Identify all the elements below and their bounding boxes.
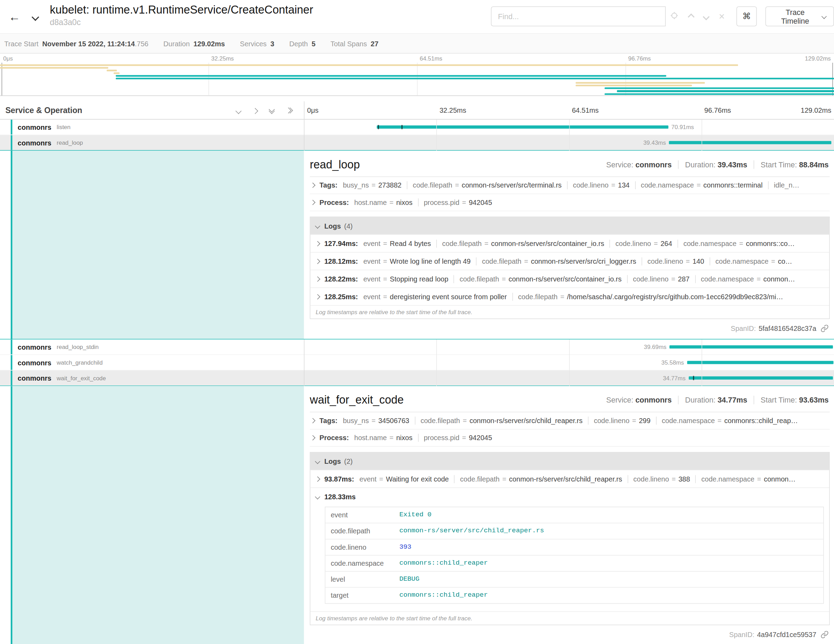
kv-equals: = [372,416,376,424]
logs-header[interactable]: Logs(4) [310,217,829,234]
logs-header[interactable]: Logs(2) [310,453,829,470]
key-value-pair: host.name=nixos [354,198,412,206]
kv-equals: = [383,275,387,283]
logs-label: Logs [324,457,341,465]
trace-timeline-dropdown[interactable]: Trace Timeline [766,6,834,26]
collapse-one-level-icon[interactable] [253,106,257,115]
clear-search-icon[interactable]: × [719,11,725,21]
back-button[interactable]: ← [5,8,23,26]
span-duration-bar[interactable] [687,361,834,364]
log-field-value: Exited 0 [394,507,437,523]
log-field-row: eventExited 0 [325,507,823,523]
span-bar-cell[interactable]: 39.69ms [304,340,834,354]
kv-key: code.lineno [633,475,669,483]
kv-equals: = [383,239,387,248]
minimap-tick-label: 64.51ms [420,55,442,61]
span-service-name: conmonrs [18,123,52,131]
page-title: kubelet: runtime.v1.RuntimeService/Creat… [50,3,313,17]
span-name-cell[interactable]: conmonrswatch_grandchild [0,355,304,370]
log-entry-header[interactable]: 128.33ms [310,488,829,505]
span-row-listen[interactable]: conmonrslisten70.91ms [0,120,834,135]
timeline-tick-label: 96.76ms [704,106,731,114]
logs-count: (2) [344,457,353,465]
span-detail-meta: Service: conmonrsDuration: 34.77msStart … [606,396,829,404]
span-row-watch_grandchild[interactable]: conmonrswatch_grandchild35.58ms [0,355,834,371]
link-icon[interactable] [820,324,828,332]
keyboard-shortcuts-button[interactable]: ⌘ [737,6,757,26]
span-operation-name: watch_grandchild [57,359,103,366]
span-duration-label: 35.58ms [661,359,684,366]
chevron-right-icon [315,259,320,264]
minimap-span [575,82,705,84]
span-bar-cell[interactable]: 39.43ms [304,135,834,150]
key-value-pair: code.namespace=conmon… [696,475,796,483]
timeline-tick-label: 64.51ms [572,106,598,114]
key-value-pair: code.filepath=conmon-rs/server/src/child… [454,475,622,483]
log-entry[interactable]: 128.22ms:event=Stopping read loopcode.fi… [310,270,829,287]
link-icon[interactable] [820,630,828,638]
chevron-right-icon [315,476,320,482]
focus-span-icon[interactable] [670,11,679,22]
spanid-row: SpanID:4a947cfd1ce59537 [310,625,830,641]
minimap-tick-label: 0μs [3,55,13,61]
span-name-cell[interactable]: conmonrswait_for_exit_code [0,371,304,385]
kv-key: busy_ns [343,181,369,189]
minimap-span [116,78,834,79]
span-duration-bar[interactable] [669,345,832,348]
key-value-pair: host.name=nixos [354,434,412,442]
kv-equals: = [390,198,394,206]
span-name-cell[interactable]: conmonrsread_loop [0,135,304,150]
process-row[interactable]: Process:host.name=nixosprocess.pid=94204… [310,429,830,447]
span-row-wait_for_exit_code[interactable]: conmonrswait_for_exit_code34.77ms [0,371,834,386]
kv-key: code.namespace [684,239,737,248]
span-row-read_loop[interactable]: conmonrsread_loop39.43ms [0,135,834,150]
span-row-read_loop_stdin[interactable]: conmonrsread_loop_stdin39.69ms [0,340,834,355]
tags-row[interactable]: Tags:busy_ns=34506763code.filepath=conmo… [310,412,830,429]
collapse-trace-button[interactable] [33,12,38,22]
log-entry[interactable]: 128.12ms:event=Wrote log line of length … [310,252,829,270]
span-detail-left-column [11,150,304,339]
collapse-all-icon[interactable] [286,108,292,112]
find-input[interactable] [491,6,666,26]
span-name-cell[interactable]: conmonrsread_loop_stdin [0,340,304,354]
log-field-row: code.namespaceconmonrs::child_reaper [325,555,823,571]
trace-services: Services3 [240,39,275,47]
minimap-span [113,72,119,74]
kv-equals: = [502,475,506,483]
command-icon: ⌘ [742,11,751,21]
span-operation-name: read_loop_stdin [57,344,99,350]
span-duration-bar[interactable] [669,141,831,144]
trace-summary-bar: Trace StartNovember 15 2022, 11:24:14.75… [0,33,834,54]
expand-one-level-icon[interactable] [236,106,241,115]
process-row[interactable]: Process:host.name=nixosprocess.pid=94204… [310,194,830,211]
span-service-name: conmonrs [18,358,52,366]
minimap-span [0,67,108,69]
log-entry[interactable]: 127.94ms:event=Read 4 bytescode.filepath… [310,234,829,252]
next-result-icon[interactable] [704,11,709,21]
span-duration-bar[interactable] [689,377,833,380]
span-color-indent [11,340,13,354]
tags-row[interactable]: Tags:busy_ns=273882code.filepath=conmon-… [310,177,830,194]
log-entry[interactable]: 128.25ms:event=deregistering event sourc… [310,287,829,305]
kv-key: code.namespace [662,416,715,424]
span-name-cell[interactable]: conmonrslisten [0,120,304,135]
expand-all-icon[interactable] [270,107,274,113]
span-bar-cell[interactable]: 34.77ms [304,371,834,385]
key-value-pair: event=deregistering event source from po… [364,293,507,301]
kv-equals: = [718,416,722,424]
kv-key: code.filepath [413,181,453,189]
log-field-key: code.filepath [325,523,394,539]
kv-key: idle_n… [774,181,800,189]
span-bar-cell[interactable]: 70.91ms [304,120,834,135]
key-value-pair: process.pid=942045 [418,434,492,442]
span-color-indent [11,120,13,135]
minimap-canvas[interactable] [0,63,834,96]
process-label: Process: [320,198,349,206]
kv-value: /home/sascha/.cargo/registry/src/github.… [567,293,783,301]
log-entry[interactable]: 93.87ms:event=Waiting for exit codecode.… [310,470,829,487]
prev-result-icon[interactable] [689,11,693,21]
span-duration-bar[interactable] [377,126,668,129]
kv-equals: = [654,239,658,248]
span-bar-cell[interactable]: 35.58ms [304,355,834,370]
minimap-span [0,65,738,66]
